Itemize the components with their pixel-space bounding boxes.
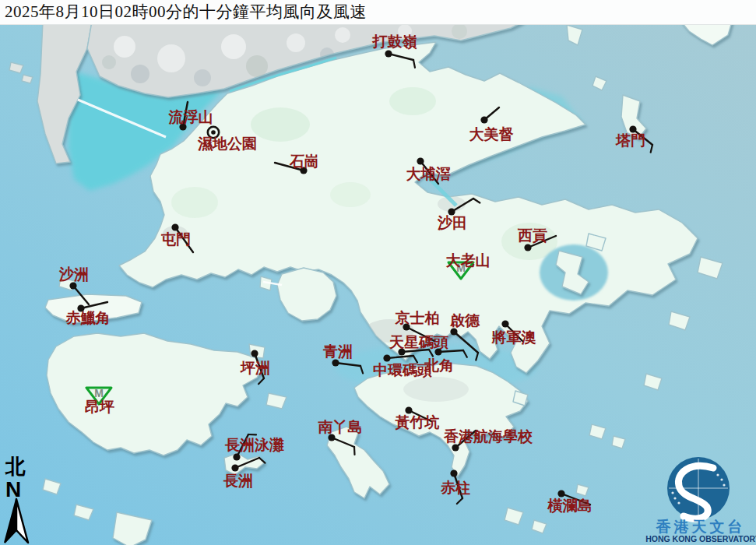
station-dot (417, 157, 424, 164)
title-bar: 2025年8月10日02時00分的十分鐘平均風向及風速 (0, 0, 756, 25)
station-dot (480, 116, 487, 123)
calm-symbol-dot (211, 130, 216, 135)
station-dot (501, 320, 508, 327)
station-label: 長洲 (223, 473, 253, 489)
station-dot (385, 50, 392, 57)
hong-kong-wind-map: 打鼓嶺流浮山濕地公園石崗大美督塔門大埔滘沙田西貢屯門沙洲赤鱲角M大老山京士柏啟德… (0, 0, 756, 545)
station-label: 沙田 (437, 215, 467, 231)
station-dot (405, 406, 412, 413)
station-label: 香港航海學校 (443, 428, 533, 445)
north-letter-label: N (5, 477, 21, 501)
station-dot (524, 244, 531, 251)
station-dot (383, 354, 390, 361)
page-title: 2025年8月10日02時00分的十分鐘平均風向及風速 (0, 0, 756, 23)
station-label: 京士柏 (395, 310, 440, 326)
missing-data-letter: M (94, 387, 104, 399)
station-dot (332, 359, 339, 366)
station-dot (69, 282, 76, 289)
station-label: 大老山 (446, 252, 491, 269)
station-dot (434, 348, 441, 355)
station-dot (251, 350, 258, 357)
station-昂坪: M昂坪 (85, 387, 114, 415)
station-dot (450, 328, 457, 335)
station-label: 黃竹坑 (395, 414, 440, 431)
north-chinese-label: 北 (5, 455, 26, 478)
station-dot (233, 453, 240, 460)
station-dot (450, 469, 457, 476)
station-label: 沙洲 (58, 266, 89, 283)
station-label: 北角 (424, 357, 454, 374)
hong-kong-island-texture (403, 377, 469, 402)
station-label: 赤鱲角 (65, 310, 111, 326)
station-label: 青洲 (322, 343, 353, 360)
station-label: 打鼓嶺 (372, 33, 417, 50)
station-dot (452, 444, 459, 451)
logo-english-name: HONG KONG OBSERVATORY (645, 534, 756, 543)
station-label: 啟德 (449, 312, 480, 329)
station-label: 將軍澳 (491, 329, 536, 346)
station-label: 昂坪 (85, 399, 114, 415)
station-label: 塔門 (615, 132, 645, 149)
station-label: 石崗 (289, 153, 319, 170)
station-label: 大美督 (469, 126, 514, 142)
logo-chinese-name: 香港天文台 (656, 519, 746, 535)
station-label: 橫瀾島 (547, 498, 592, 514)
station-label: 南丫島 (318, 419, 363, 435)
station-label: 赤柱 (440, 480, 470, 496)
station-label: 西貢 (517, 227, 547, 244)
station-dot (171, 223, 178, 230)
station-label: 長洲泳灘 (224, 437, 284, 453)
station-label: 濕地公園 (197, 135, 257, 152)
station-label: 大埔滘 (406, 166, 451, 182)
station-label: 屯門 (160, 231, 191, 248)
station-label: 中環碼頭 (373, 362, 432, 378)
station-label: 天星碼頭 (389, 334, 448, 350)
station-dot (557, 490, 564, 497)
station-dot (231, 464, 238, 471)
wind-map-page: 打鼓嶺流浮山濕地公園石崗大美督塔門大埔滘沙田西貢屯門沙洲赤鱲角M大老山京士柏啟德… (0, 0, 756, 545)
station-label: 坪洲 (240, 360, 270, 376)
station-label: 流浮山 (168, 109, 213, 125)
